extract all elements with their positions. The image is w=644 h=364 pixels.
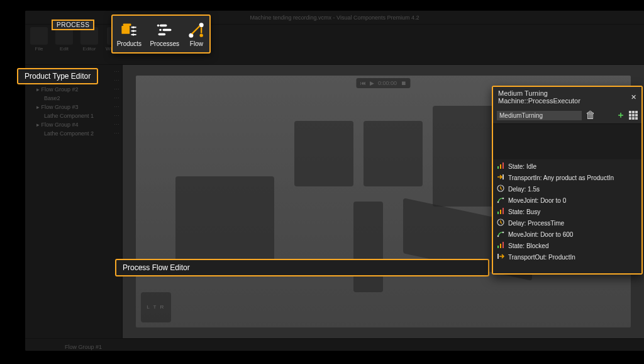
process-step[interactable]: TransportOut: ProductIn [496,251,639,263]
process-step[interactable]: State: Idle [496,161,639,172]
svg-point-21 [497,202,499,203]
grid-icon[interactable] [629,111,638,120]
tree-item[interactable]: ▸ Flow Group #4⋯ [25,120,122,129]
playback-time: 0:00:00 [378,80,397,86]
svg-rect-32 [497,254,499,259]
flow-icon [187,21,205,39]
process-steps-list[interactable]: State: IdleTransportIn: Any product as P… [493,159,641,273]
svg-rect-7 [131,34,136,35]
svg-point-28 [502,232,504,234]
svg-rect-8 [160,24,167,26]
tree-item[interactable]: Base2⋯ [25,94,122,103]
process-executor-panel: Medium Turning Machine::ProcessExecutor … [492,86,643,275]
svg-rect-18 [502,162,504,169]
flow-button[interactable]: Flow [187,21,205,47]
ribbon-tab-process[interactable]: PROCESS [52,20,94,30]
state-icon [497,207,504,216]
products-button[interactable]: Products [117,21,142,47]
process-executor-title: Medium Turning Machine::ProcessExecutor [498,89,631,105]
flow-row: Flow Group #1 [29,341,640,351]
svg-rect-23 [497,212,499,214]
process-step[interactable]: State: Busy [496,206,639,217]
move-icon [497,196,504,205]
nav-cube[interactable]: L T R [141,292,171,322]
play-icon[interactable]: ▶ [370,80,374,86]
out-icon [497,253,504,261]
add-step-button[interactable]: ＋ [616,110,625,121]
in-icon [497,173,504,182]
rewind-icon[interactable]: ⏮ [360,80,366,86]
svg-point-15 [200,33,203,37]
tree-item[interactable]: ▸ Flow Group #2⋯ [25,85,122,94]
delay-icon [497,185,504,193]
svg-rect-3 [131,26,136,28]
tree-item[interactable]: Lathe Component 1⋯ [25,111,122,120]
svg-rect-16 [497,166,499,169]
tree-item[interactable]: Lathe Component 2⋯ [25,129,122,138]
process-name-input[interactable] [497,111,582,120]
svg-rect-5 [131,30,136,31]
svg-rect-25 [502,208,504,214]
state-icon [497,241,504,250]
process-tab-buttons: Products Processes Flow [111,14,211,54]
svg-rect-30 [500,244,501,248]
tree-item[interactable]: ▸ Flow Group #3⋯ [25,103,122,111]
svg-rect-29 [497,246,499,248]
process-step[interactable]: MoveJoint: Door to 600 [496,229,639,240]
process-step[interactable]: MoveJoint: Door to 0 [496,195,639,206]
process-step[interactable]: Delay: ProcessTime [496,217,639,229]
svg-rect-1 [123,23,131,26]
process-step[interactable]: Delay: 1.5s [496,183,639,195]
svg-rect-24 [500,210,501,214]
svg-rect-19 [502,174,504,179]
svg-rect-0 [122,26,130,34]
svg-point-12 [159,28,162,31]
product-type-editor-banner: Product Type Editor [17,68,98,84]
svg-rect-10 [158,33,165,35]
svg-rect-9 [162,28,171,31]
process-flow-editor[interactable]: Flow Group #1Base1◈ Feeder➔◈ ShelfBuffer… [25,338,644,351]
process-step[interactable]: State: Blocked [496,240,639,251]
processes-icon [156,21,174,39]
state-icon [497,162,504,171]
stop-icon[interactable]: ⏹ [401,80,406,86]
svg-point-11 [157,24,159,26]
process-flow-editor-banner: Process Flow Editor [115,259,489,276]
process-step[interactable]: TransportIn: Any product as ProductIn [496,172,639,183]
delete-icon[interactable]: 🗑 [586,110,596,121]
processes-button[interactable]: Processes [150,21,179,47]
svg-rect-31 [502,242,504,248]
delay-icon [497,219,504,227]
svg-point-27 [497,236,499,237]
svg-point-22 [502,198,504,200]
move-icon [497,230,504,239]
process-executor-spacer [493,124,641,159]
window-title: Machine tending recording.vcmx - Visual … [250,14,419,21]
playback-toolbar[interactable]: ⏮ ▶ 0:00:00 ⏹ [357,78,410,88]
products-icon [120,21,138,39]
product-tree[interactable]: ▸ Flow Group #1⋯Base1⋯▸ Flow Group #2⋯Ba… [25,65,123,338]
close-icon[interactable]: ✕ [631,93,636,101]
svg-rect-17 [500,164,501,169]
flow-row-label: Flow Group #1 [29,344,104,350]
